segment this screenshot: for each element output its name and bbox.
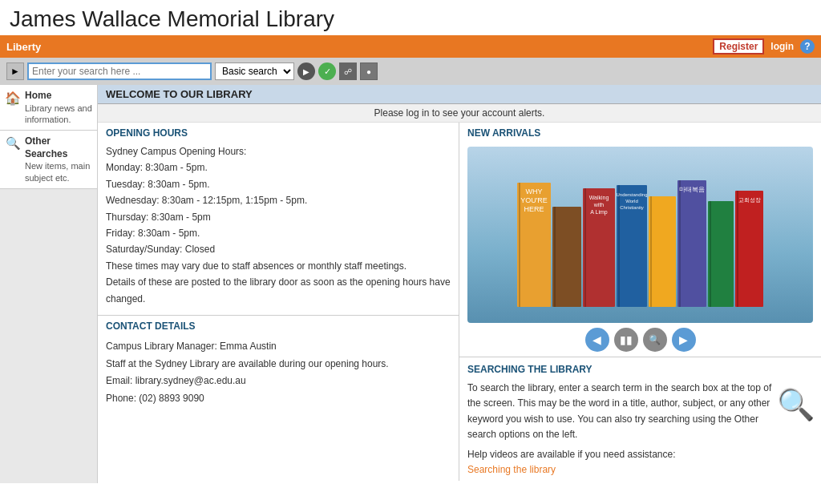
svg-text:마태복음: 마태복음 [679,186,705,193]
account-alert: Please log in to see your account alerts… [98,104,821,123]
search-bar: ► Basic search Author Title Subject Keyw… [0,58,821,85]
login-button[interactable]: login [766,39,799,54]
header: James Wallace Memorial Library [0,0,821,35]
svg-rect-17 [649,196,676,307]
magnify-icon: 🔍 [777,381,813,417]
carousel-search-button[interactable]: 🔍 [643,328,667,352]
searching-link-2[interactable]: Advance Search [467,478,813,481]
opening-hours-title: OPENING HOURS [98,123,459,142]
svg-text:WHY: WHY [526,187,543,196]
oh-line-7: These times may vary due to staff absenc… [106,258,451,274]
home-icon: 🏠 [5,90,21,106]
contact-line-3: Phone: (02) 8893 9090 [106,390,451,408]
searching-title: SEARCHING THE LIBRARY [467,362,813,381]
searching-link-1[interactable]: Searching the library [467,462,813,478]
svg-text:A Limp: A Limp [590,209,608,216]
svg-rect-5 [552,207,581,307]
contact-line-0: Campus Library Manager: Emma Austin [106,338,451,356]
sidebar-other-desc: New items, main subject etc. [25,160,92,183]
svg-text:Christianity: Christianity [620,205,644,210]
help-button[interactable]: ? [800,39,815,54]
oh-line-1: Monday: 8:30am - 5pm. [106,159,451,175]
carousel-next-button[interactable]: ▶ [672,328,696,352]
search-input[interactable] [27,62,212,80]
welcome-banner: WELCOME TO OUR LIBRARY [98,85,821,104]
svg-text:HERE: HERE [524,205,544,213]
svg-text:YOU'RE: YOU'RE [520,196,548,204]
contact-content: Campus Library Manager: Emma Austin Staf… [98,335,459,415]
carousel-prev-button[interactable]: ◀ [585,328,609,352]
svg-text:World: World [625,199,638,204]
right-column: NEW ARRIVALS WHYYOU'REHEREWalkingwithA L… [459,123,821,481]
new-arrivals-section: NEW ARRIVALS WHYYOU'REHEREWalkingwithA L… [459,123,821,357]
svg-text:Understanding: Understanding [617,192,647,197]
carousel-pause-button[interactable]: ▮▮ [614,328,638,352]
svg-rect-19 [677,180,706,307]
oh-line-3: Wednesday: 8:30am - 12:15pm, 1:15pm - 5p… [106,192,451,208]
sidebar-item-home[interactable]: 🏠 Home Library news and information. [0,85,97,131]
sidebar: 🏠 Home Library news and information. 🔍 O… [0,85,98,483]
search-globe-button[interactable]: ● [360,62,378,80]
carousel-controls: ◀ ▮▮ 🔍 ▶ [467,328,813,352]
search-go-button[interactable] [297,62,315,80]
searching-section: SEARCHING THE LIBRARY 🔍 To search the li… [459,357,821,481]
account-alert-text: Please log in to see your account alerts… [374,107,545,119]
sidebar-home-title: Home [25,90,92,103]
page-title: James Wallace Memorial Library [10,6,811,32]
sidebar-item-other-searches[interactable]: 🔍 Other Searches New items, main subject… [0,131,97,189]
oh-line-5: Friday: 8:30am - 5pm. [106,225,451,241]
new-arrivals-title: NEW ARRIVALS [459,123,821,142]
search-nav-arrow[interactable]: ► [6,62,24,80]
opening-hours-content: Sydney Campus Opening Hours: Monday: 8:3… [98,142,459,315]
search-type-select[interactable]: Basic search Author Title Subject Keywor… [215,62,294,80]
svg-text:교회성장: 교회성장 [738,197,761,203]
other-searches-icon: 🔍 [5,135,21,151]
books-display: WHYYOU'REHEREWalkingwithA LimpUnderstand… [467,147,813,323]
svg-text:with: with [593,202,605,208]
new-arrivals-container: WHYYOU'REHEREWalkingwithA LimpUnderstand… [459,142,821,357]
two-col: OPENING HOURS Sydney Campus Opening Hour… [98,123,821,481]
search-img-button[interactable]: ☍ [339,62,357,80]
contact-line-1: Staff at the Sydney Library are availabl… [106,356,451,373]
svg-rect-24 [735,191,763,307]
auth-buttons: Register login ? [713,38,815,54]
oh-line-0: Sydney Campus Opening Hours: [106,143,451,159]
contact-section: CONTACT DETAILS Campus Library Manager: … [98,315,459,415]
contact-title: CONTACT DETAILS [98,316,459,335]
orange-bar: Liberty Register login ? [0,35,821,58]
main-layout: 🏠 Home Library news and information. 🔍 O… [0,85,821,483]
oh-line-8: Details of these are posted to the libra… [106,274,451,307]
left-column: OPENING HOURS Sydney Campus Opening Hour… [98,123,459,481]
searching-help-line: Help videos are available if you need as… [467,447,813,462]
searching-text: To search the library, enter a search te… [467,381,773,442]
opening-hours-section: OPENING HOURS Sydney Campus Opening Hour… [98,123,459,315]
svg-rect-22 [708,201,734,307]
svg-text:Walking: Walking [589,195,609,201]
liberty-label: Liberty [6,41,41,53]
content-area: WELCOME TO OUR LIBRARY Please log in to … [98,85,821,483]
oh-line-4: Thursday: 8:30am - 5pm [106,209,451,225]
welcome-title: WELCOME TO OUR LIBRARY [106,88,813,100]
search-green-button[interactable]: ✓ [318,62,336,80]
contact-line-2: Email: library.sydney@ac.edu.au [106,373,451,390]
sidebar-home-desc: Library news and information. [25,103,92,126]
oh-line-2: Tuesday: 8:30am - 5pm. [106,176,451,192]
sidebar-other-title: Other Searches [25,135,92,160]
register-button[interactable]: Register [713,38,764,54]
oh-line-6: Saturday/Sunday: Closed [106,241,451,257]
